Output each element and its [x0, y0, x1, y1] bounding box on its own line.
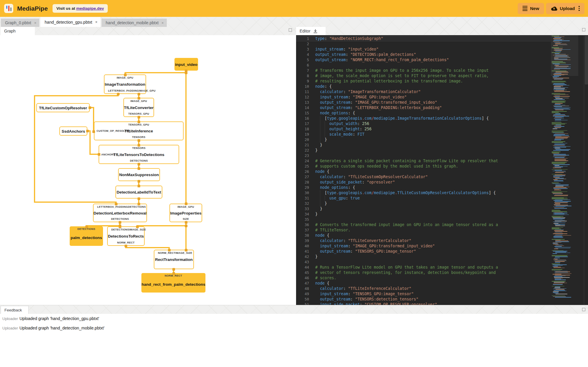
close-tab-icon[interactable]: × [161, 21, 164, 25]
graph-node-palm_detections[interactable]: DETECTIONSpalm_detections [70, 226, 103, 246]
graph-node-non_max_suppression[interactable]: NonMaxSuppression [118, 168, 160, 181]
tab-Graph_0.pbtxt[interactable]: Graph_0.pbtxt× [1, 19, 39, 27]
edge-connector [138, 144, 140, 147]
line-number: 29 [296, 185, 313, 190]
tab-feedback-panel[interactable]: Feedback [1, 306, 29, 314]
node-label: ImageProperties [170, 211, 202, 215]
edge-connector [115, 203, 117, 205]
code-line-42: 42} [296, 254, 551, 259]
tab-hand_detection_mobile.pbtxt[interactable]: hand_detection_mobile.pbtxt× [102, 19, 167, 27]
code-line-48: 48 calculator: "TfLiteInferenceCalculato… [296, 286, 551, 291]
node-label: DetectionLabelIdToText [117, 190, 161, 194]
graph-node-image_properties[interactable]: IMAGE_GPUSIZEImageProperties [169, 204, 202, 222]
line-number: 44 [296, 265, 313, 270]
edge-connector [138, 116, 140, 118]
port-label-image_gpu: IMAGE_GPU [130, 100, 147, 103]
line-number: 42 [296, 254, 313, 259]
code-line-21: 21 } [296, 142, 551, 148]
graph-node-tflite_converter[interactable]: IMAGE_GPUTENSORS_GPUTfLiteConverter [123, 98, 154, 117]
line-number: 25 [296, 164, 313, 169]
code-line-14: 14 output_stream: "LETTERBOX_PADDING:let… [296, 105, 551, 111]
graph-edge [34, 95, 35, 203]
tab-graph-panel[interactable]: Graph [1, 27, 35, 35]
line-number: 41 [296, 249, 313, 254]
editor-scrollbar[interactable] [585, 36, 588, 85]
graph-node-image_transformation[interactable]: IMAGE_GPULETTERBOX_PADDINGIMAGE_GPUImage… [104, 74, 146, 94]
code-line-18: 18 output_height: 256 [296, 126, 551, 132]
graph-node-input_video[interactable]: input_video [174, 58, 198, 71]
line-number: 17 [296, 121, 313, 126]
code-line-19: 19 scale_mode: FIT [296, 132, 551, 137]
port-label-image_size: IMAGE_SIZE [129, 228, 146, 231]
line-number: 22 [296, 148, 313, 153]
code-line-47: 47node { [296, 281, 551, 286]
line-number: 40 [296, 243, 313, 249]
code-editor[interactable]: 1type: "HandDetectionSubgraph"23input_st… [296, 35, 588, 305]
code-line-31: 31 use_gpu: true [296, 196, 551, 201]
line-number: 46 [296, 275, 313, 281]
graph-node-tflite_tensors_to_detections[interactable]: TENSORSDETECTIONSANCHORSTfLiteTensorsToD… [99, 145, 179, 164]
line-number: 1 [296, 36, 313, 41]
port-label-norm_rect: NORM_RECT [158, 251, 175, 254]
edge-connector [185, 249, 187, 251]
minimap-viewport[interactable] [551, 35, 578, 76]
line-number: 26 [296, 169, 313, 174]
edge-connector [172, 268, 175, 271]
code-line-4: 4output_stream: "DETECTIONS:palm_detecti… [296, 52, 551, 57]
line-number: 45 [296, 270, 313, 275]
line-number: 31 [296, 196, 313, 201]
code-line-44: 44# Runs a TensorFlow Lite model on GPU … [296, 265, 551, 270]
code-line-34: 34} [296, 212, 551, 217]
tab-hand_detection_gpu.pbtxt[interactable]: hand_detection_gpu.pbtxt× [40, 17, 100, 27]
document-tabbar: Graph_0.pbtxt×hand_detection_gpu.pbtxt×h… [0, 17, 588, 27]
graph-node-tflite_custom_op_resolver[interactable]: TfLiteCustomOpResolver [36, 103, 90, 112]
code-line-17: 17 output_width: 256 [296, 121, 551, 126]
app-header: MediaPipe Visit us at mediapipe.dev New … [0, 0, 588, 17]
line-number: 5 [296, 57, 313, 63]
visit-us-pill: Visit us at mediapipe.dev [53, 4, 108, 13]
graph-node-hand_rect_from_palm_detections[interactable]: NORM_RECThand_rect_from_palm_detections [141, 273, 205, 293]
new-button[interactable]: New [518, 3, 544, 14]
expand-graph-panel-icon[interactable] [289, 28, 292, 32]
line-number: 7 [296, 68, 313, 73]
graph-canvas[interactable]: input_videoIMAGE_GPULETTERBOX_PADDINGIMA… [0, 35, 296, 305]
line-number: 6 [296, 63, 313, 68]
tab-editor-panel[interactable]: Editor [296, 27, 326, 35]
port-label-letterbox_padding: LETTERBOX_PADDING [97, 205, 128, 208]
mediapipe-dev-link[interactable]: mediapipe.dev [76, 6, 104, 11]
code-line-2: 2 [296, 41, 551, 47]
expand-editor-panel-icon[interactable] [582, 28, 585, 31]
edge-connector [86, 130, 89, 132]
graph-node-ssd_anchors[interactable]: SsdAnchors [59, 126, 87, 136]
line-number: 27 [296, 174, 313, 180]
node-label: DetectionLetterboxRemoval [94, 211, 146, 215]
port-label-detections: DETECTIONS [77, 228, 95, 230]
close-tab-icon[interactable]: × [34, 21, 37, 25]
feedback-source: Uploader [2, 326, 17, 330]
graph-node-detections_to_rects[interactable]: DETECTIONSIMAGE_SIZENORM_RECTDetectionsT… [107, 226, 145, 246]
edge-connector [136, 225, 139, 228]
graph-node-rect_transformation[interactable]: NORM_RECTIMAGE_SIZERectTransformation [154, 250, 194, 269]
line-number: 34 [296, 212, 313, 217]
graph-edge [137, 225, 187, 226]
node-label: TfLiteTensorsToDetections [113, 152, 164, 157]
edge-connector [138, 139, 140, 142]
graph-edge [34, 202, 117, 203]
upload-more-options-icon[interactable] [579, 6, 580, 11]
line-number: 4 [296, 52, 313, 57]
line-number: 14 [296, 105, 313, 111]
upload-button[interactable]: Upload [546, 3, 584, 14]
line-number: 9 [296, 79, 313, 84]
line-number: 8 [296, 73, 313, 79]
code-line-40: 40 input_stream: "IMAGE_GPU:transformed_… [296, 243, 551, 249]
close-tab-icon[interactable]: × [95, 20, 97, 24]
code-line-27: 27 calculator: "TfLiteCustomOpResolverCa… [296, 174, 551, 180]
edge-connector [98, 153, 100, 156]
download-icon[interactable] [313, 29, 318, 33]
graph-node-detection_label_id_to_text[interactable]: DetectionLabelIdToText [115, 186, 162, 199]
graph-node-detection_letterbox_removal[interactable]: LETTERBOX_PADDINGDETECTIONSDETECTIONSDet… [93, 204, 147, 222]
edge-connector [185, 202, 187, 205]
line-number: 16 [296, 116, 313, 121]
code-line-5: 5output_stream: "NORM_RECT:hand_rect_fro… [296, 57, 551, 63]
graph-node-tflite_inference[interactable]: TENSORS_GPUTENSORSCUSTOM_OP_RESOLVERTfLi… [94, 121, 184, 140]
